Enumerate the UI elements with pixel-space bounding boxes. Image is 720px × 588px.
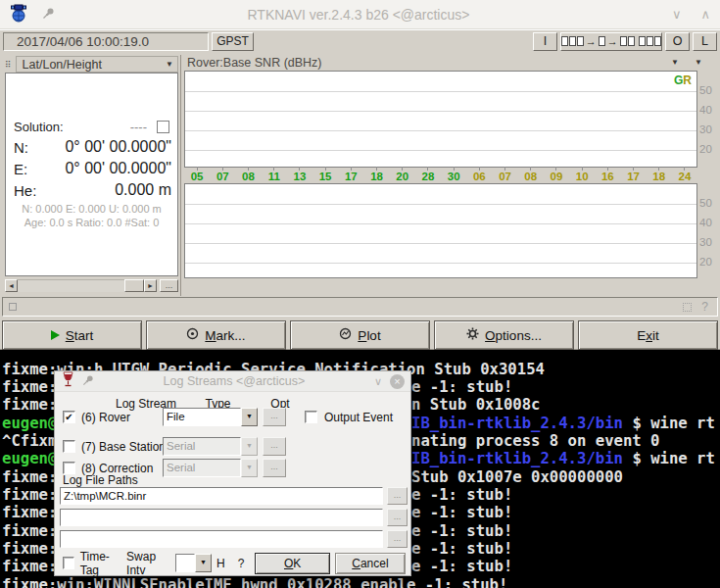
chart-type-dropdown-2[interactable]: ▼	[692, 58, 705, 70]
scroll-left-icon[interactable]: ◄	[5, 279, 18, 292]
chevron-down-icon[interactable]: ▼	[241, 437, 258, 456]
flow-arrow-icon: →	[586, 36, 597, 46]
label-post: lot	[366, 328, 380, 343]
button-label: Plot	[358, 328, 380, 343]
stream-status-indicator: →→	[560, 32, 662, 51]
input-streams-button[interactable]: I	[533, 32, 557, 51]
terminal-text: eugen@	[2, 450, 57, 467]
terminal-text: e -1: stub!	[411, 522, 512, 540]
stream-status-box	[569, 36, 576, 46]
scrollbar-track[interactable]	[18, 279, 124, 292]
terminal-text: $ wine rt	[623, 450, 715, 467]
solution-scrollbar[interactable]: ◄ ►	[5, 279, 157, 292]
stream-type-select[interactable]: File▼	[163, 408, 258, 426]
dialog-help[interactable]: ?	[238, 557, 245, 570]
output-streams-button[interactable]: O	[665, 32, 690, 51]
satellite-label: 30	[441, 167, 466, 183]
gridline	[185, 223, 696, 224]
terminal-text: IB_bin-rtklib_2.4.3/bin	[411, 450, 623, 467]
panel-splitter[interactable]	[180, 55, 181, 296]
mark-button[interactable]: Mark...	[146, 320, 286, 350]
label-post: ark...	[216, 328, 246, 343]
xit-button[interactable]: Exit	[578, 320, 718, 350]
satellite-number: 06	[473, 171, 486, 182]
solution-format-value: Lat/Lon/Height	[23, 58, 102, 72]
satellite-label: 16	[595, 167, 620, 183]
coord-value-n: 0° 00' 00.0000"	[65, 138, 171, 156]
titlebar[interactable]: RTKNAVI ver.2.4.3 b26 <@arcticus> ∨ ∧	[0, 0, 720, 29]
stream-checkbox[interactable]	[63, 440, 75, 453]
pin-icon[interactable]	[42, 6, 55, 24]
log-file-path-input[interactable]: Z:\tmp\MCR.binr	[60, 487, 383, 505]
terminal-text: fixme:	[2, 504, 57, 521]
shade-icon[interactable]: ∨	[374, 375, 382, 388]
satellite-number: 07	[499, 171, 511, 182]
stream-options-button[interactable]: ...	[263, 459, 286, 477]
satellite-label: 15	[312, 167, 338, 183]
stream-status-box	[639, 36, 646, 46]
panel-more-button[interactable]: ...	[160, 279, 178, 292]
log-streams-button[interactable]: L	[693, 32, 717, 51]
solution-format-select[interactable]: Lat/Lon/Height ▼	[16, 56, 178, 73]
start-button[interactable]: Start	[2, 320, 142, 350]
stream-type-select[interactable]: Serial▼	[163, 437, 258, 456]
satellite-label: 05	[184, 167, 210, 183]
plot-button[interactable]: Plot	[290, 320, 430, 350]
satellite-number: 11	[268, 171, 280, 182]
scrollbar-thumb[interactable]	[124, 279, 144, 292]
satellite-label: 08	[235, 167, 261, 183]
status-indicator-square	[9, 303, 17, 311]
scroll-right-icon[interactable]: ►	[144, 279, 157, 292]
legend-entry: G	[674, 74, 683, 87]
rtknavi-app-icon	[9, 3, 28, 26]
terminal-text: e -1: stub!	[411, 540, 512, 558]
chevron-down-icon[interactable]: ▼	[195, 554, 212, 572]
chevron-down-icon[interactable]: ▼	[241, 408, 258, 426]
output-event-checkbox[interactable]	[305, 411, 317, 423]
unshade-icon[interactable]: ∧	[691, 7, 720, 22]
chevron-down-icon[interactable]: ▼	[241, 459, 258, 477]
time-tag-checkbox[interactable]	[63, 557, 74, 569]
stream-type-select[interactable]: Serial▼	[163, 459, 258, 477]
chart-type-dropdown-1[interactable]: ▼	[668, 58, 682, 70]
options-button[interactable]: Options...	[434, 320, 574, 350]
terminal-text: fixme:win:WINNLSEnableIME hwnd 0x10288 e…	[2, 576, 507, 588]
gridline	[185, 111, 696, 112]
stream-options-button[interactable]: ...	[263, 408, 286, 426]
y-axis-tick-label: 30	[698, 236, 720, 248]
browse-button[interactable]: ...	[387, 509, 408, 526]
ok-button[interactable]: OK	[255, 553, 329, 574]
stream-checkbox[interactable]: ✔	[63, 411, 75, 423]
time-system-button[interactable]: GPST	[212, 32, 254, 51]
close-icon[interactable]: ×	[390, 374, 405, 389]
stream-status-box	[647, 36, 653, 46]
satellite-label: 09	[544, 167, 569, 183]
shade-icon[interactable]: ∨	[662, 7, 692, 22]
gridline	[185, 243, 696, 244]
help-icon[interactable]: ?	[701, 300, 708, 314]
base-snr-plot: 50403020	[184, 183, 697, 278]
terminal-text: eugen@	[2, 415, 57, 432]
solution-indicator	[157, 121, 169, 133]
terminal-text: fixme:	[2, 396, 57, 414]
pin-icon[interactable]	[82, 372, 94, 390]
resize-grip-icon[interactable]	[683, 303, 692, 312]
stream-options-button[interactable]: ...	[263, 437, 286, 456]
satellite-label: 10	[569, 167, 595, 183]
swap-interval-select[interactable]: ▼	[175, 554, 212, 572]
satellite-number: 18	[370, 171, 383, 182]
satellite-number: 28	[422, 171, 435, 182]
browse-button[interactable]: ...	[387, 487, 408, 505]
coord-label-n: N:	[14, 139, 28, 156]
log-file-path-input[interactable]	[60, 530, 383, 548]
y-axis-tick-label: 30	[698, 123, 720, 135]
log-file-path-input[interactable]	[60, 509, 383, 526]
satellite-label: 20	[390, 167, 415, 183]
satellite-label: 13	[287, 167, 312, 183]
mark-icon	[186, 327, 199, 343]
cancel-button[interactable]: Cancel	[335, 553, 406, 574]
browse-button[interactable]: ...	[387, 530, 408, 548]
terminal-text: e -1: stub!	[411, 378, 512, 396]
dialog-titlebar[interactable]: Log Streams <@arcticus> ∨ ×	[55, 371, 410, 392]
main-button-row: StartMark...PlotOptions...Exit	[2, 320, 718, 350]
